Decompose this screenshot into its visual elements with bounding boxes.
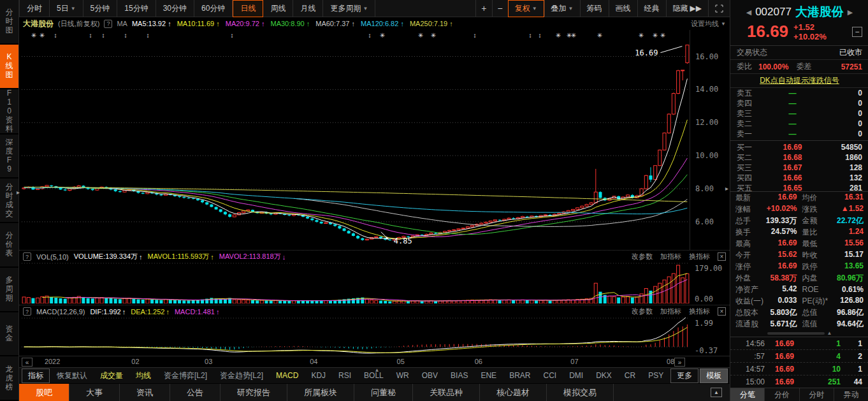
sidebar-item-资金[interactable]: 资金 bbox=[0, 312, 18, 357]
close-icon[interactable]: × bbox=[718, 307, 726, 316]
period-tab-月线[interactable]: 月线 bbox=[293, 0, 323, 17]
tick-tab-异动[interactable]: 异动 bbox=[834, 388, 868, 401]
pane-control-加指标[interactable]: 加指标 bbox=[660, 252, 681, 261]
indicator-tab-更多[interactable]: 更多 bbox=[670, 368, 698, 383]
pane-control-加指标[interactable]: 加指标 bbox=[660, 307, 681, 316]
nav-tab-研究报告[interactable]: 研究报告 bbox=[221, 384, 287, 401]
tool-经典[interactable]: 经典 bbox=[637, 0, 666, 17]
indicator-tab-模板[interactable]: 模板 bbox=[700, 368, 728, 383]
sidebar-item-龙虎榜[interactable]: 龙虎榜 bbox=[0, 356, 18, 401]
period-tab-分时[interactable]: 分时 bbox=[19, 0, 50, 17]
indicator-tab-CCI[interactable]: CCI bbox=[537, 370, 562, 381]
dk-signal-link[interactable]: DK点自动提示涨跌信号 bbox=[760, 75, 839, 86]
indicator-tab-CR[interactable]: CR bbox=[619, 370, 641, 381]
indicator-tab-WR[interactable]: WR bbox=[391, 370, 415, 381]
sidebar-item-深度F9[interactable]: 深度F9 bbox=[0, 135, 18, 179]
indicator-tab-BIAS[interactable]: BIAS bbox=[445, 370, 474, 381]
sidebar-item-F10资料[interactable]: F10资料 bbox=[0, 89, 18, 135]
volume-pane-header: ? VOL(5,10) VOLUME:139.334万↑ MAVOL1:115.… bbox=[19, 250, 730, 263]
period-tab-5分钟[interactable]: 5分钟 bbox=[83, 0, 118, 17]
tool-画线[interactable]: 画线 bbox=[609, 0, 637, 17]
ma-settings-button[interactable]: 设置均线▼ bbox=[691, 19, 726, 29]
bottom-nav-bar: 股吧大事资讯公告研究报告所属板块问董秘关联品种核心题材模拟交易 ▲ bbox=[19, 383, 730, 401]
period-tab-60分钟[interactable]: 60分钟 bbox=[194, 0, 233, 17]
price-axis: 16.0014.0012.0010.008.006.00 bbox=[690, 30, 729, 250]
volume-chart[interactable] bbox=[22, 263, 690, 303]
indicator-tab-ENE[interactable]: ENE bbox=[475, 370, 502, 381]
scroll-left-button[interactable]: « bbox=[22, 358, 33, 367]
period-tab-日线[interactable]: 日线 bbox=[233, 0, 263, 17]
chart-tools-group: +−复权▼叠加▼筹码画线经典隐藏▶▶ bbox=[475, 0, 730, 17]
nav-tab-大事[interactable]: 大事 bbox=[69, 384, 120, 401]
tick-tab-分笔[interactable]: 分笔 bbox=[730, 388, 765, 401]
nav-tab-问董秘[interactable]: 问董秘 bbox=[354, 384, 413, 401]
tool-筹码[interactable]: 筹码 bbox=[580, 0, 609, 17]
sidebar-item-分价表[interactable]: 分价表 bbox=[0, 223, 18, 268]
indicator-tab-DMI[interactable]: DMI bbox=[563, 370, 589, 381]
indicator-tab-成交量[interactable]: 成交量 bbox=[94, 369, 129, 383]
quote-panel-collapse-handle[interactable]: ▸ bbox=[725, 185, 728, 192]
indicator-tab-资金博弈[L2][interactable]: 资金博弈[L2] bbox=[158, 369, 213, 383]
sidebar-item-分时图[interactable]: 分时图 bbox=[0, 0, 18, 45]
stats-resize-handle[interactable]: ▲ bbox=[730, 330, 868, 337]
period-tab-5日[interactable]: 5日▼ bbox=[50, 0, 83, 17]
tool-复权[interactable]: 复权▼ bbox=[508, 0, 544, 17]
tool-叠加[interactable]: 叠加▼ bbox=[544, 0, 580, 17]
indicator-tab-资金趋势[L2][interactable]: 资金趋势[L2] bbox=[214, 369, 269, 383]
tick-tab-bar: 分笔分价分时异动 bbox=[730, 388, 868, 401]
indicator-tab-BRAR[interactable]: BRAR bbox=[503, 370, 536, 381]
period-tab-30分钟[interactable]: 30分钟 bbox=[156, 0, 194, 17]
prev-stock-icon[interactable]: ◀ bbox=[746, 8, 751, 17]
pane-control-改参数[interactable]: 改参数 bbox=[632, 307, 653, 316]
indicator-tab-KDJ[interactable]: KDJ bbox=[305, 370, 331, 381]
pane-control-换指标[interactable]: 换指标 bbox=[689, 252, 710, 261]
sidebar-item-K线图[interactable]: K线图 bbox=[0, 45, 18, 89]
ask-row: 卖三—0 bbox=[730, 108, 868, 119]
help-icon[interactable]: ? bbox=[104, 20, 112, 28]
tool-−[interactable]: − bbox=[492, 0, 508, 17]
nav-tab-公告[interactable]: 公告 bbox=[170, 384, 221, 401]
tick-row: 14:5716.69101 bbox=[730, 363, 868, 375]
panel-toggle-icon[interactable]: ▲ bbox=[711, 388, 722, 397]
indicator-tab-DKX[interactable]: DKX bbox=[590, 370, 618, 381]
indicator-tab-恢复默认[interactable]: 恢复默认 bbox=[51, 369, 93, 383]
period-tab-15分钟[interactable]: 15分钟 bbox=[117, 0, 156, 17]
pane-control-改参数[interactable]: 改参数 bbox=[632, 252, 653, 261]
macd-chart[interactable] bbox=[22, 317, 690, 354]
scroll-right-button[interactable]: » bbox=[674, 358, 685, 367]
vol-pane-controls: 改参数加指标换指标× bbox=[632, 252, 726, 261]
help-icon[interactable]: ? bbox=[23, 307, 31, 316]
pane-control-换指标[interactable]: 换指标 bbox=[689, 307, 710, 316]
indicator-tab-BOLL[interactable]: BOLL bbox=[358, 370, 389, 381]
nav-tab-股吧[interactable]: 股吧 bbox=[19, 384, 69, 401]
sidebar-item-多周期[interactable]: 多周期 bbox=[0, 268, 18, 312]
tool-+[interactable]: + bbox=[475, 0, 491, 17]
close-icon[interactable]: × bbox=[718, 252, 726, 261]
svg-text:✳: ✳ bbox=[380, 32, 385, 39]
indicator-tab-MACD[interactable]: MACD bbox=[270, 370, 304, 381]
kline-chart[interactable]: ✳✳↕↕↕↕↕↕↕✳✳✳↕↕↕✳✳✳✳✳✳✳16.694.85 bbox=[22, 30, 690, 250]
nav-tab-所属板块[interactable]: 所属板块 bbox=[287, 384, 354, 401]
tool-隐藏[interactable]: 隐藏▶▶ bbox=[666, 0, 708, 17]
indicator-tab-均线[interactable]: 均线 bbox=[130, 369, 157, 383]
fullscreen-icon[interactable] bbox=[708, 0, 730, 17]
tick-tab-分时[interactable]: 分时 bbox=[800, 388, 834, 401]
nav-tab-模拟交易[interactable]: 模拟交易 bbox=[547, 384, 614, 401]
stats-row: 总手139.33万金额22.72亿 bbox=[730, 215, 868, 226]
indicator-tab-指标[interactable]: 指标 bbox=[22, 368, 50, 383]
period-tab-周线[interactable]: 周线 bbox=[263, 0, 293, 17]
next-stock-icon[interactable]: ▶ bbox=[848, 8, 853, 17]
sidebar-collapse-handle[interactable]: ▸ bbox=[17, 189, 20, 196]
tick-tab-分价[interactable]: 分价 bbox=[765, 388, 799, 401]
indicator-tab-RSI[interactable]: RSI bbox=[333, 370, 357, 381]
collapse-handle-icon[interactable]: ▲ bbox=[375, 367, 380, 373]
nav-tab-核心题材[interactable]: 核心题材 bbox=[480, 384, 547, 401]
help-icon[interactable]: ? bbox=[23, 252, 31, 261]
period-tab-更多周期[interactable]: 更多周期▼ bbox=[323, 0, 375, 17]
nav-tab-关联品种[interactable]: 关联品种 bbox=[413, 384, 480, 401]
sidebar-item-分时成交[interactable]: 分时成交 bbox=[0, 179, 18, 223]
indicator-tab-OBV[interactable]: OBV bbox=[416, 370, 444, 381]
indicator-tab-PSY[interactable]: PSY bbox=[642, 370, 669, 381]
minimize-button[interactable]: − bbox=[852, 27, 862, 37]
nav-tab-资讯[interactable]: 资讯 bbox=[120, 384, 170, 401]
